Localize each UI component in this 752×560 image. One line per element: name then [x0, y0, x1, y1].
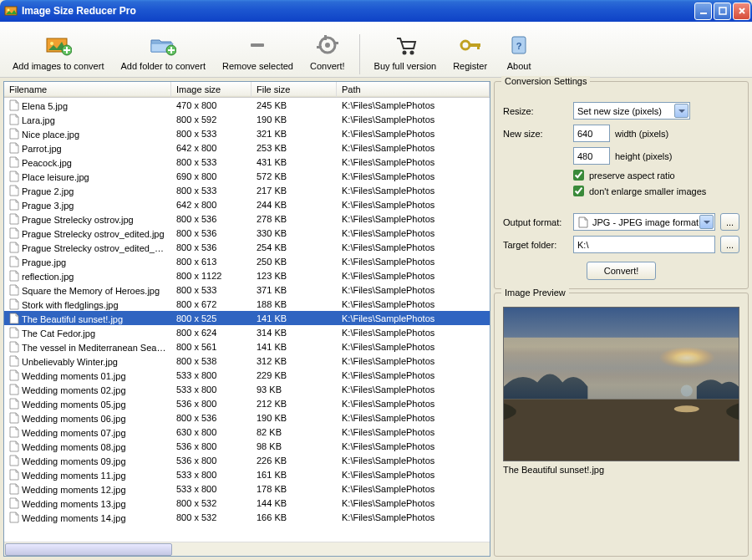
- svg-text:?: ?: [516, 41, 522, 51]
- table-row[interactable]: Square the Memory of Heroes.jpg800 x 533…: [4, 283, 490, 297]
- svg-point-5: [50, 42, 53, 45]
- output-format-select[interactable]: JPG - JPEG image format: [573, 213, 715, 231]
- table-row[interactable]: Wedding moments 12.jpg533 x 800178 KBK:\…: [4, 481, 490, 496]
- table-row[interactable]: Wedding moments 08.jpg536 x 80098 KBK:\F…: [4, 439, 490, 453]
- table-row[interactable]: Unbelievably Winter.jpg800 x 538312 KBK:…: [4, 354, 490, 368]
- buy-full-label: Buy full version: [374, 61, 437, 71]
- horizontal-scrollbar[interactable]: [4, 542, 490, 556]
- buy-full-button[interactable]: Buy full version: [368, 28, 443, 74]
- maximize-button[interactable]: [714, 3, 731, 20]
- table-row[interactable]: Prague Strelecky ostrov.jpg800 x 536278 …: [4, 211, 490, 226]
- file-list[interactable]: Elena 5.jpg470 x 800245 KBK:\Files\Sampl…: [4, 98, 490, 542]
- table-row[interactable]: The Cat Fedor.jpg800 x 624314 KBK:\Files…: [4, 325, 490, 339]
- table-row[interactable]: Prague 2.jpg800 x 533217 KBK:\Files\Samp…: [4, 183, 490, 197]
- svg-rect-8: [251, 43, 264, 47]
- table-row[interactable]: Stork with fledglings.jpg800 x 672188 KB…: [4, 297, 490, 311]
- settings-title: Conversion Settings: [501, 76, 590, 86]
- column-filesize[interactable]: File size: [252, 82, 337, 97]
- window-title: Image Size Reducer Pro: [22, 5, 694, 17]
- column-path[interactable]: Path: [337, 82, 490, 97]
- width-suffix: width (pixels): [615, 129, 668, 139]
- table-row[interactable]: Wedding moments 07.jpg630 x 80082 KBK:\F…: [4, 425, 490, 439]
- height-suffix: height (pixels): [615, 151, 672, 161]
- table-row[interactable]: Wedding moments 02.jpg533 x 80093 KBK:\F…: [4, 382, 490, 396]
- svg-point-14: [402, 51, 406, 55]
- table-row[interactable]: Wedding moments 09.jpg536 x 800226 KBK:\…: [4, 453, 490, 467]
- cart-icon: [392, 32, 419, 59]
- table-row[interactable]: Prague Strelecky ostrov_edited.jpg800 x …: [4, 226, 490, 240]
- target-folder-input[interactable]: [573, 236, 715, 253]
- table-row[interactable]: Wedding moments 06.jpg800 x 536190 KBK:\…: [4, 410, 490, 425]
- close-button[interactable]: [733, 3, 750, 20]
- resize-mode-value: Set new size (pixels): [577, 106, 662, 116]
- conversion-settings-group: Conversion Settings Resize: Set new size…: [494, 81, 749, 289]
- table-row[interactable]: The Beautiful sunset!.jpg800 x 525141 KB…: [4, 311, 490, 325]
- table-row[interactable]: Wedding moments 11.jpg533 x 800161 KBK:\…: [4, 467, 490, 481]
- svg-rect-24: [504, 399, 739, 461]
- convert-button[interactable]: Convert!: [304, 28, 351, 74]
- add-images-button[interactable]: Add images to convert: [7, 28, 109, 74]
- title-bar: Image Size Reducer Pro: [0, 0, 752, 22]
- preview-caption: The Beautiful sunset!.jpg: [503, 465, 739, 475]
- newsize-label: New size:: [503, 129, 568, 139]
- preview-title: Image Preview: [501, 288, 569, 298]
- height-input[interactable]: [573, 147, 610, 165]
- table-row[interactable]: Nice place.jpg800 x 533321 KBK:\Files\Sa…: [4, 126, 490, 140]
- width-input[interactable]: [573, 125, 610, 142]
- convert-settings-button[interactable]: Convert!: [587, 262, 657, 280]
- remove-icon: [244, 32, 271, 59]
- convert-label: Convert!: [310, 61, 345, 71]
- resize-label: Resize:: [503, 106, 568, 116]
- remove-label: Remove selected: [222, 61, 293, 71]
- preserve-aspect-checkbox[interactable]: [573, 170, 584, 181]
- table-row[interactable]: Wedding moments 01.jpg533 x 800229 KBK:\…: [4, 368, 490, 382]
- table-row[interactable]: Elena 5.jpg470 x 800245 KBK:\Files\Sampl…: [4, 98, 490, 112]
- about-label: About: [507, 61, 531, 71]
- output-format-value: JPG - JPEG image format: [592, 217, 699, 227]
- preview-image: [503, 307, 739, 461]
- remove-selected-button[interactable]: Remove selected: [216, 28, 299, 74]
- preserve-aspect-label: preserve aspect ratio: [589, 171, 675, 181]
- table-row[interactable]: Place leisure.jpg690 x 800572 KBK:\Files…: [4, 169, 490, 183]
- table-row[interactable]: Prague.jpg800 x 613250 KBK:\Files\Sample…: [4, 254, 490, 268]
- output-format-label: Output format:: [503, 217, 568, 227]
- dont-enlarge-checkbox[interactable]: [573, 186, 584, 196]
- svg-rect-18: [477, 43, 480, 49]
- minimize-button[interactable]: [694, 3, 712, 20]
- table-row[interactable]: Prague 3.jpg642 x 800244 KBK:\Files\Samp…: [4, 197, 490, 211]
- table-row[interactable]: Peacock.jpg800 x 533431 KBK:\Files\Sampl…: [4, 155, 490, 169]
- file-list-pane: Filename Image size File size Path Elena…: [3, 81, 490, 557]
- add-folder-button[interactable]: Add folder to convert: [114, 28, 211, 74]
- register-label: Register: [453, 61, 487, 71]
- svg-rect-3: [719, 8, 726, 14]
- svg-rect-12: [333, 42, 338, 44]
- image-preview-group: Image Preview: [494, 293, 749, 557]
- table-row[interactable]: Wedding moments 13.jpg800 x 532144 KBK:\…: [4, 496, 490, 510]
- toolbar-separator: [359, 34, 360, 74]
- dont-enlarge-label: don't enlarge smaller images: [589, 186, 706, 196]
- target-folder-browse-button[interactable]: ...: [720, 236, 739, 253]
- table-row[interactable]: Prague Strelecky ostrov_edited_2...800 x…: [4, 240, 490, 254]
- svg-point-26: [674, 405, 699, 412]
- target-folder-label: Target folder:: [503, 240, 568, 250]
- table-row[interactable]: The vessel in Mediterranean Sea.jpg800 x…: [4, 339, 490, 354]
- output-format-browse-button[interactable]: ...: [720, 213, 739, 231]
- table-row[interactable]: Parrot.jpg642 x 800253 KBK:\Files\Sample…: [4, 140, 490, 155]
- add-folder-icon: [150, 32, 176, 59]
- resize-mode-select[interactable]: Set new size (pixels): [573, 102, 690, 120]
- column-filename[interactable]: Filename: [4, 82, 171, 97]
- table-row[interactable]: Wedding moments 14.jpg800 x 532166 KBK:\…: [4, 510, 490, 524]
- table-row[interactable]: reflection.jpg800 x 1122123 KBK:\Files\S…: [4, 268, 490, 283]
- toolbar: Add images to convert Add folder to conv…: [0, 22, 752, 78]
- file-icon: [577, 216, 589, 228]
- about-icon: ?: [506, 32, 532, 59]
- add-folder-label: Add folder to convert: [120, 61, 206, 71]
- column-imagesize[interactable]: Image size: [171, 82, 252, 97]
- about-button[interactable]: ? About: [498, 28, 540, 74]
- app-icon: [4, 4, 18, 18]
- svg-rect-25: [504, 338, 739, 400]
- chevron-down-icon: [699, 215, 714, 229]
- table-row[interactable]: Lara.jpg800 x 592190 KBK:\Files\SamplePh…: [4, 112, 490, 126]
- register-button[interactable]: Register: [447, 28, 493, 74]
- table-row[interactable]: Wedding moments 05.jpg536 x 800212 KBK:\…: [4, 396, 490, 410]
